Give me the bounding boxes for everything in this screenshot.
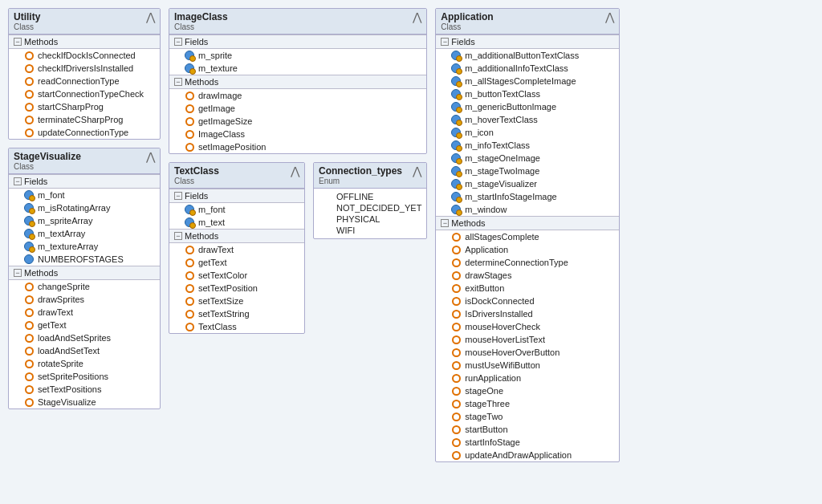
list-item: loadAndSetSprites: [9, 331, 160, 344]
list-item: setTextSize: [169, 295, 304, 307]
method-icon: [23, 281, 35, 292]
method-icon: [450, 295, 462, 307]
list-item: stageOne: [436, 384, 619, 397]
textclass-methods-section: − Methods: [169, 229, 304, 243]
utility-collapse-icon[interactable]: ⋀: [146, 11, 155, 22]
imageclass-fields-label: Fields: [185, 37, 208, 47]
list-item: terminateCSharpProg: [9, 113, 160, 126]
diagram-area: Utility Class ⋀ − Methods checkIfDockIsC…: [8, 8, 814, 462]
imageclass-methods-collapse[interactable]: −: [174, 78, 182, 86]
imageclass-fields-collapse[interactable]: −: [174, 38, 182, 46]
list-item: m_stageOneImage: [436, 152, 619, 165]
list-item: m_textureArray: [9, 240, 160, 253]
stagevisualize-fields-collapse[interactable]: −: [14, 177, 22, 185]
method-icon: [450, 308, 462, 319]
middle-bottom-row: TextClass Class ⋀ − Fields m_font m_text…: [169, 162, 427, 334]
list-item: StageVisualize: [9, 396, 160, 408]
method-icon: [450, 411, 462, 422]
field-icon: [450, 178, 462, 189]
method-icon: [23, 396, 35, 408]
list-item: ImageClass: [169, 128, 426, 140]
list-item: m_additionalButtonTextClass: [436, 49, 619, 62]
list-item: m_stageVisualizer: [436, 177, 619, 190]
utility-methods-label: Methods: [24, 37, 58, 47]
textclass-fields-collapse[interactable]: −: [174, 192, 182, 200]
method-icon: [23, 358, 35, 369]
imageclass-fields-list: m_sprite m_texture: [169, 49, 426, 75]
application-methods-list: allStagesComplete Application determineC…: [436, 230, 619, 461]
method-icon: [184, 295, 195, 307]
list-item: TextClass: [169, 320, 304, 333]
list-item: isDockConnected: [436, 295, 619, 307]
textclass-collapse-icon[interactable]: ⋀: [291, 165, 299, 177]
method-icon: [23, 101, 35, 112]
list-item: stageThree: [436, 397, 619, 410]
stagevisualize-stereotype: Class: [14, 162, 81, 171]
list-item: m_additionalInfoTextClass: [436, 62, 619, 75]
field-icon: [23, 215, 35, 226]
method-icon: [23, 63, 35, 74]
list-item: NOT_DECIDED_YET: [325, 202, 426, 213]
list-item: OFFLINE: [325, 191, 426, 202]
list-item: m_window: [436, 203, 619, 216]
textclass-title: TextClass: [174, 165, 219, 177]
list-item: startButton: [436, 423, 619, 436]
stagevisualize-fields-list: m_font m_isRotatingArray m_spriteArray m…: [9, 189, 160, 266]
method-icon: [23, 127, 35, 138]
utility-box: Utility Class ⋀ − Methods checkIfDockIsC…: [8, 8, 161, 140]
list-item: m_infoTextClass: [436, 139, 619, 152]
connectiontypes-collapse-icon[interactable]: ⋀: [413, 165, 421, 177]
utility-methods-collapse[interactable]: −: [14, 38, 22, 46]
utility-methods-section: − Methods: [9, 35, 160, 49]
list-item: getText: [9, 319, 160, 331]
list-item: startInfoStage: [436, 436, 619, 449]
list-item: loadAndSetText: [9, 344, 160, 357]
method-icon: [23, 319, 35, 331]
list-item: checkIfDockIsConnected: [9, 49, 160, 62]
list-item: updateConnectionType: [9, 126, 160, 139]
application-fields-collapse[interactable]: −: [441, 38, 449, 46]
application-methods-collapse[interactable]: −: [441, 219, 449, 227]
method-icon: [184, 270, 195, 281]
imageclass-header: ImageClass Class ⋀: [169, 9, 426, 35]
method-icon: [450, 360, 462, 371]
list-item: m_buttonTextClass: [436, 87, 619, 100]
field-icon: [450, 114, 462, 125]
stagevisualize-methods-collapse[interactable]: −: [14, 269, 22, 277]
method-icon: [23, 50, 35, 61]
method-icon: [450, 231, 462, 242]
method-icon: [184, 282, 195, 294]
list-item: getText: [169, 256, 304, 269]
right-column: Application Class ⋀ − Fields m_additiona…: [435, 8, 620, 462]
application-header: Application Class ⋀: [436, 9, 619, 35]
stagevisualize-fields-label: Fields: [24, 177, 47, 186]
list-item: m_font: [169, 203, 304, 216]
list-item: mouseHoverOverButton: [436, 346, 619, 359]
connectiontypes-box: Connection_types Enum ⋀ OFFLINE NOT_DECI…: [313, 162, 427, 239]
static-field-icon: [23, 254, 35, 265]
field-icon: [450, 88, 462, 100]
list-item: drawImage: [169, 89, 426, 102]
method-icon: [184, 103, 195, 114]
imageclass-methods-section: − Methods: [169, 75, 426, 89]
stagevisualize-collapse-icon[interactable]: ⋀: [146, 151, 155, 162]
list-item: setTextPositions: [9, 383, 160, 396]
application-collapse-icon[interactable]: ⋀: [605, 11, 614, 22]
method-icon: [450, 398, 462, 409]
field-icon: [450, 75, 462, 87]
imageclass-collapse-icon[interactable]: ⋀: [413, 11, 421, 22]
field-icon: [450, 127, 462, 138]
list-item: setSpritePositions: [9, 370, 160, 383]
stagevisualize-header-text: StageVisualize Class: [14, 151, 81, 171]
left-column: Utility Class ⋀ − Methods checkIfDockIsC…: [8, 8, 161, 409]
stagevisualize-methods-label: Methods: [24, 268, 58, 278]
method-icon: [450, 321, 462, 332]
method-icon: [23, 294, 35, 305]
list-item: allStagesComplete: [436, 230, 619, 243]
list-item: drawText: [9, 306, 160, 319]
textclass-methods-collapse[interactable]: −: [174, 232, 182, 240]
method-icon: [23, 307, 35, 318]
method-icon: [184, 308, 195, 319]
textclass-methods-label: Methods: [185, 231, 218, 241]
method-icon: [450, 244, 462, 255]
